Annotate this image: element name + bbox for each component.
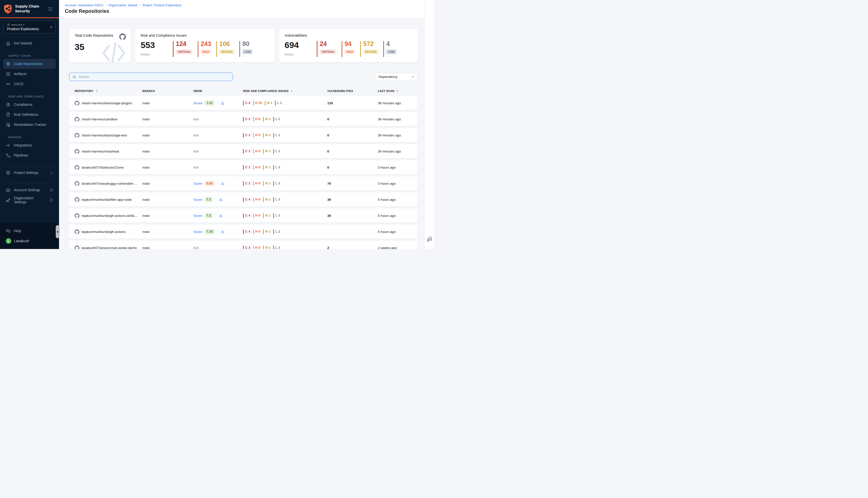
repo-name: tejakummarikuntla/gh-actions-artifacts <box>82 214 138 218</box>
module-grid-menu-icon[interactable] <box>48 7 53 11</box>
repo-row[interactable]: shash-harness/sandboxmainN/AC 3H 8M 4L 2… <box>69 112 417 126</box>
issue-chip-critical: C 4 <box>243 197 250 202</box>
sidebar-item-label: Artifacts <box>14 72 27 76</box>
severity-bar <box>198 41 198 57</box>
column-header-risk-and-compliance-issues[interactable]: RISK AND COMPLIANCE ISSUES <box>243 89 327 92</box>
search-box[interactable] <box>69 73 233 81</box>
branch: main <box>143 246 193 249</box>
download-sbom-button[interactable] <box>221 101 225 105</box>
shield-logo-icon <box>3 4 12 14</box>
active-label: Active <box>284 53 317 56</box>
last-scan: 3 hours ago <box>378 166 417 169</box>
repo-row[interactable]: lavakush07/argocd-hub-spoke-demomainN/AC… <box>69 241 417 249</box>
sbom-score-link[interactable]: Score <box>193 101 202 105</box>
severity-bar <box>360 41 361 57</box>
project-selector[interactable]: PROJECT Product Exploratory <box>3 21 55 34</box>
sbom-cell: Score7.21 <box>193 100 243 106</box>
sidebar-item-organization-settings[interactable]: Organization Settings <box>3 195 56 205</box>
severity-medium: 106MEDIUM <box>216 41 234 57</box>
filter-dropdown[interactable]: Dependency <box>375 73 417 81</box>
branch: main <box>143 230 193 234</box>
sidebar-item-compliance[interactable]: Compliance <box>3 100 56 109</box>
breadcrumb-link-1[interactable]: Organization: default <box>108 3 137 7</box>
column-header-repository[interactable]: REPOSITORY <box>75 89 143 92</box>
issue-chip-critical: C 4 <box>243 213 250 218</box>
sidebar-item-pipelines[interactable]: Pipelines <box>3 150 56 160</box>
search-input[interactable] <box>79 75 229 79</box>
org-gear-icon <box>6 198 11 202</box>
sbom-score-link[interactable]: Score <box>193 214 202 218</box>
branch: main <box>143 101 193 105</box>
sidebar-item-project-settings[interactable]: Project Settings <box>3 168 56 178</box>
repo-name: tejakummarikuntla/filler-app-node <box>82 198 132 201</box>
download-sbom-button[interactable] <box>221 181 225 185</box>
project-name: Product Exploratory <box>7 27 49 31</box>
gear-icon <box>6 170 11 175</box>
sidebar-collapse-handle[interactable] <box>56 225 59 238</box>
sidebar-item-code-repositories[interactable]: Code Repositories <box>3 59 56 69</box>
breadcrumb-link-2[interactable]: Project: Product Exploratory <box>143 3 182 7</box>
github-icon <box>75 197 79 202</box>
sidebar-item-label: CI/CD <box>14 82 23 86</box>
home-icon <box>6 41 11 46</box>
repo-row[interactable]: lavakush07/StarbucksClonemainN/AC 3H 8M … <box>69 160 417 174</box>
integrations-icon <box>6 143 11 148</box>
table-controls: Dependency <box>69 73 417 81</box>
sidebar-item-artifacts[interactable]: Artifacts <box>3 69 56 79</box>
sidebar-item-get-started[interactable]: Get Started <box>3 38 56 48</box>
breadcrumb-separator: › <box>105 3 106 7</box>
issue-chip-critical: C 4 <box>243 230 250 234</box>
branch: main <box>143 214 193 218</box>
severity-label: CRITICAL <box>176 49 192 54</box>
sbom-cell: N/A <box>193 166 243 169</box>
sidebar-item-cicd[interactable]: CI/CD <box>3 79 56 89</box>
github-icon <box>75 101 79 106</box>
repo-name: shash-harness/shashwat <box>82 149 119 153</box>
divider <box>217 100 218 106</box>
repo-row[interactable]: lavakush07/easybuggy-vulnerable-app...ma… <box>69 176 417 191</box>
breadcrumb-link-0[interactable]: Account: Automation-SSCA <box>65 3 103 7</box>
column-header-last-scan[interactable]: LAST SCAN <box>378 89 417 92</box>
issue-chip-medium: M 4 <box>263 117 270 122</box>
support-chat-icon[interactable] <box>426 236 432 242</box>
github-icon <box>75 230 79 234</box>
issue-chip-low: L 3 <box>275 101 282 106</box>
last-scan: 36 minutes ago <box>378 101 417 105</box>
issue-chip-high: H 9 <box>253 230 261 234</box>
sidebar-item-integrations[interactable]: Integrations <box>3 140 56 150</box>
chevron-right-icon <box>50 25 53 29</box>
github-icon <box>75 213 79 218</box>
github-icon <box>75 133 79 138</box>
sidebar-bottom: ? Help L Lavakush <box>0 223 59 249</box>
column-header-branch: BRANCH <box>143 89 193 92</box>
sbom-score-link[interactable]: Score <box>193 198 202 201</box>
repo-row[interactable]: shash-harness/shashwatmainN/AC 3H 8M 3L … <box>69 144 417 158</box>
download-sbom-button[interactable] <box>219 197 223 201</box>
repo-row[interactable]: tejakummarikuntla/filler-app-nodemainSco… <box>69 193 417 207</box>
nav-section-risk-and-compliance: RISK AND COMPLIANCE <box>8 95 54 98</box>
risk-compliance-cell: C 3H 8M 3L 3 <box>243 165 327 170</box>
sidebar-item-remediation-tracker[interactable]: Remediation Tracker <box>3 120 56 130</box>
issue-chip-critical: C 3 <box>243 246 250 249</box>
sbom-score-link[interactable]: Score <box>193 230 202 234</box>
divider <box>216 212 216 219</box>
info-icon <box>50 198 53 202</box>
github-icon <box>75 246 79 249</box>
repo-row[interactable]: shash-harness/backstage-testmainN/AC 3H … <box>69 128 417 142</box>
repo-row[interactable]: tejakummarikuntla/gh-actionsmainScore7.1… <box>69 225 417 239</box>
sbom-score-link[interactable]: Score <box>193 182 202 185</box>
sidebar-item-account-settings[interactable]: Account Settings <box>3 185 56 195</box>
vulnerability-count: 36 <box>327 198 378 201</box>
severity-breakdown: 124CRITICAL243HIGH106MEDIUM80LOW <box>173 41 252 57</box>
sidebar-item-rule-definitions[interactable]: Rule Definitions <box>3 109 56 120</box>
repo-row[interactable]: shash-harness/backstage-pluginsmainScore… <box>69 96 417 110</box>
download-sbom-button[interactable] <box>219 213 223 218</box>
repo-row[interactable]: tejakummarikuntla/gh-actions-artifactsma… <box>69 209 417 223</box>
severity-count: 24 <box>320 41 336 47</box>
sidebar-item-help[interactable]: ? Help <box>3 226 56 236</box>
last-scan: 5 hours ago <box>378 214 417 218</box>
column-header-vulnerabilities: VULNERABILITIES <box>327 89 378 92</box>
download-sbom-button[interactable] <box>221 230 225 234</box>
user-menu[interactable]: L Lavakush <box>3 236 56 246</box>
sbom-cell: Score5.83 <box>193 180 243 187</box>
